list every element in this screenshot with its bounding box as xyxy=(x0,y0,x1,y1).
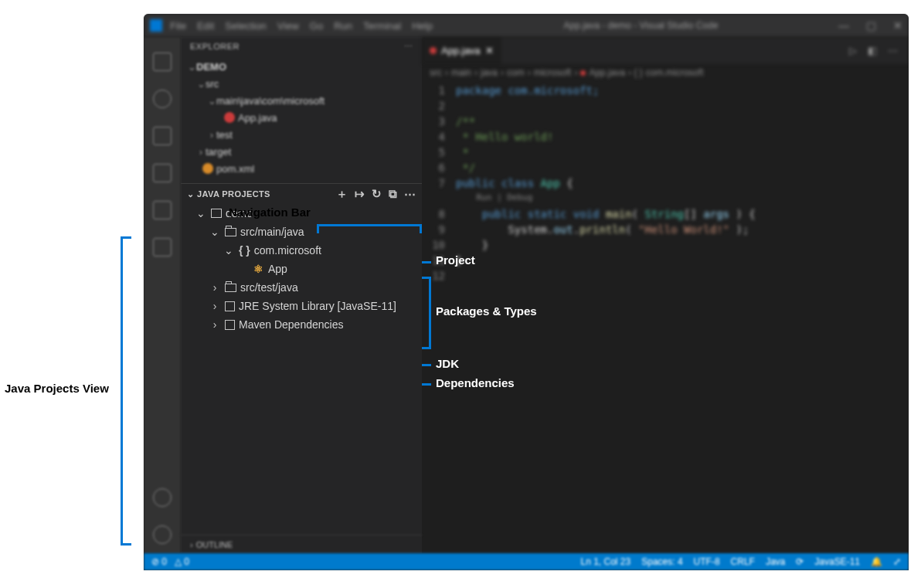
explorer-tree: ⌄DEMO ⌄src ⌄main\java\com\microsoft App.… xyxy=(181,56,422,183)
more-actions-icon[interactable]: ⋯ xyxy=(404,187,416,202)
source-control-icon[interactable] xyxy=(153,127,172,145)
explorer-pom[interactable]: pom.xml xyxy=(181,160,422,177)
status-notifications-icon[interactable]: 🔔 xyxy=(871,556,882,567)
label-jdk: JDK xyxy=(436,357,459,370)
menu-view[interactable]: View xyxy=(277,20,299,32)
codelens-run-debug[interactable]: Run | Debug xyxy=(477,192,533,202)
java-file-icon xyxy=(580,70,586,76)
tick-deps xyxy=(422,383,431,386)
menu-go[interactable]: Go xyxy=(310,20,323,32)
java-projects-actions: ＋ ↦ ↻ ⧉ ⋯ xyxy=(336,187,416,202)
explorer-test-label: test xyxy=(216,129,233,141)
run-icon[interactable]: ▷ xyxy=(849,45,857,56)
bc-6: com.microsoft xyxy=(646,67,704,78)
explorer-root[interactable]: ⌄DEMO xyxy=(181,58,422,75)
status-bar: ⊘ 0 △ 0 Ln 1, Col 23 Spaces: 4 UTF-8 CRL… xyxy=(144,553,909,570)
status-errors[interactable]: ⊘ 0 xyxy=(151,556,167,567)
label-deps: Dependencies xyxy=(436,376,515,389)
status-lncol[interactable]: Ln 1, Col 23 xyxy=(581,556,631,567)
label-java-projects-view: Java Projects View xyxy=(5,382,109,395)
outline-header[interactable]: › OUTLINE xyxy=(181,535,422,553)
explorer-pom-label: pom.xml xyxy=(216,163,254,175)
explorer-app[interactable]: App.java xyxy=(181,109,422,126)
jp-jre[interactable]: ›JRE System Library [JavaSE-11] xyxy=(181,297,422,315)
refresh-icon[interactable]: ↻ xyxy=(372,187,382,202)
chevron-down-icon: ⌄ xyxy=(187,189,194,199)
minimize-icon[interactable]: — xyxy=(838,19,849,32)
jp-package[interactable]: ⌄{ }com.microsoft xyxy=(181,241,422,260)
search-icon[interactable] xyxy=(153,90,172,108)
status-warnings[interactable]: △ 0 xyxy=(175,556,189,567)
status-java-runtime[interactable]: JavaSE-11 xyxy=(814,556,860,567)
source-folder-icon xyxy=(225,284,236,292)
explorer-more-icon[interactable]: ⋯ xyxy=(404,42,413,52)
xml-file-icon xyxy=(202,163,213,174)
menu-help[interactable]: Help xyxy=(412,20,433,32)
jp-src-test-label: src/test/java xyxy=(240,281,298,294)
jp-maven[interactable]: ›Maven Dependencies xyxy=(181,315,422,334)
settings-gear-icon[interactable] xyxy=(153,525,172,544)
close-icon[interactable]: ✕ xyxy=(893,19,902,32)
library-icon xyxy=(225,320,235,330)
code-content: package com.microsoft; /** * Hello world… xyxy=(456,84,909,553)
explorer-icon[interactable] xyxy=(153,53,172,71)
java-projects-header[interactable]: ⌄ JAVA PROJECTS ＋ ↦ ↻ ⧉ ⋯ xyxy=(181,184,422,204)
jp-src-test[interactable]: ›src/test/java xyxy=(181,278,422,297)
split-editor-icon[interactable]: ◧ xyxy=(868,45,877,56)
jp-jre-label: JRE System Library [JavaSE-11] xyxy=(239,300,396,312)
tab-close-icon[interactable]: ✕ xyxy=(485,45,494,56)
status-encoding[interactable]: UTF-8 xyxy=(694,556,720,567)
activity-bar xyxy=(144,37,181,553)
explorer-root-label: DEMO xyxy=(196,61,226,73)
bc-0: src xyxy=(430,67,442,78)
tick-project xyxy=(422,261,431,263)
status-fullscreen-icon[interactable]: ⤢ xyxy=(893,556,901,567)
jp-class[interactable]: ⚛App xyxy=(181,260,422,278)
run-debug-icon[interactable] xyxy=(153,164,172,182)
accounts-icon[interactable] xyxy=(153,488,172,507)
maximize-icon[interactable]: ▢ xyxy=(866,19,876,32)
outline-title: OUTLINE xyxy=(196,540,233,549)
explorer-target[interactable]: ›target xyxy=(181,143,422,160)
jp-class-label: App xyxy=(268,263,287,275)
editor-more-icon[interactable]: ⋯ xyxy=(888,45,898,56)
extensions-icon[interactable] xyxy=(153,201,172,219)
bracket-java-projects-view xyxy=(121,236,131,546)
project-icon xyxy=(211,209,222,218)
explorer-target-label: target xyxy=(206,146,231,158)
breadcrumb[interactable]: src › main › java › com › microsoft › Ap… xyxy=(422,64,909,81)
status-spaces[interactable]: Spaces: 4 xyxy=(641,556,682,567)
explorer-app-label: App.java xyxy=(238,112,277,124)
bc-4: microsoft xyxy=(534,67,572,78)
status-eol[interactable]: CRLF xyxy=(731,556,755,567)
status-feedback-icon[interactable]: ⟳ xyxy=(796,556,804,567)
menu-file[interactable]: File xyxy=(170,20,186,32)
explorer-path-label: main\java\com\microsoft xyxy=(216,95,325,107)
tab-app-java[interactable]: App.java ✕ xyxy=(422,37,501,64)
java-file-icon xyxy=(430,47,437,54)
explorer-src[interactable]: ⌄src xyxy=(181,75,422,92)
explorer-test[interactable]: ›test xyxy=(181,126,422,143)
collapse-all-icon[interactable]: ⧉ xyxy=(389,187,397,202)
label-nav-bar: Navigation Bar xyxy=(229,206,311,219)
menu-selection[interactable]: Selection xyxy=(225,20,266,32)
tab-label: App.java xyxy=(441,45,481,56)
explorer-path[interactable]: ⌄main\java\com\microsoft xyxy=(181,92,422,109)
export-jar-icon[interactable]: ↦ xyxy=(355,187,365,202)
side-panel: EXPLORER ⋯ ⌄DEMO ⌄src ⌄main\java\com\mic… xyxy=(181,37,422,553)
bc-1: main xyxy=(451,67,471,78)
vscode-window: File Edit Selection View Go Run Terminal… xyxy=(144,14,909,570)
class-icon: ⚛ xyxy=(253,263,263,275)
bracket-packages xyxy=(422,277,431,349)
new-project-icon[interactable]: ＋ xyxy=(336,187,348,202)
menu-run[interactable]: Run xyxy=(334,20,352,32)
menu-terminal[interactable]: Terminal xyxy=(363,20,401,32)
explorer-title: EXPLORER xyxy=(190,42,240,52)
bc-3: com xyxy=(507,67,525,78)
menu-edit[interactable]: Edit xyxy=(197,20,214,32)
testing-icon[interactable] xyxy=(153,238,172,257)
status-language[interactable]: Java xyxy=(766,556,785,567)
label-packages: Packages & Types xyxy=(436,304,537,318)
library-icon xyxy=(225,301,235,311)
java-file-icon xyxy=(224,112,235,123)
